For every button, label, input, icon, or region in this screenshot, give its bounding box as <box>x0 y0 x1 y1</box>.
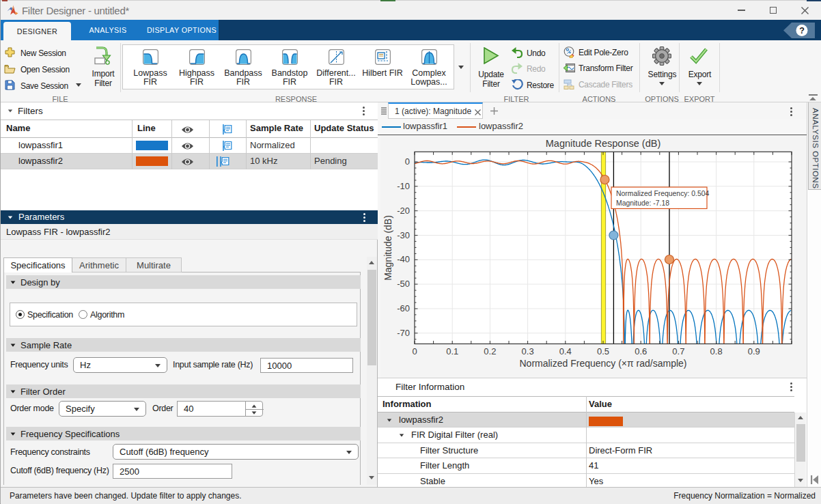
svg-text:0.9: 0.9 <box>748 346 760 356</box>
svg-text:0.6: 0.6 <box>635 346 647 356</box>
svg-text:-40: -40 <box>397 254 410 264</box>
svg-text:?: ? <box>799 26 805 36</box>
svg-text:Normalized Frequency (×π rad/s: Normalized Frequency (×π rad/sample) <box>519 358 686 369</box>
svg-text:-20: -20 <box>397 206 410 216</box>
svg-text:-30: -30 <box>397 230 410 240</box>
svg-text:0.2: 0.2 <box>484 346 496 356</box>
svg-text:-10: -10 <box>397 181 410 191</box>
svg-text:0: 0 <box>412 346 417 356</box>
svg-text:0.5: 0.5 <box>597 346 609 356</box>
svg-text:0.7: 0.7 <box>672 346 684 356</box>
svg-text:0.4: 0.4 <box>559 346 572 356</box>
svg-text:0.1: 0.1 <box>446 346 458 356</box>
svg-text:-50: -50 <box>397 279 410 289</box>
svg-text:-70: -70 <box>397 328 410 338</box>
svg-text:Magnitude Response (dB): Magnitude Response (dB) <box>546 138 660 149</box>
svg-text:Magnitude: -7.18: Magnitude: -7.18 <box>616 199 669 207</box>
svg-text:Normalized Frequency: 0.504: Normalized Frequency: 0.504 <box>616 190 710 197</box>
svg-text:Magnitude (dB): Magnitude (dB) <box>382 215 393 281</box>
svg-text:-60: -60 <box>397 303 410 313</box>
svg-text:0: 0 <box>405 156 410 167</box>
svg-text:0.3: 0.3 <box>522 346 534 356</box>
svg-text:0.8: 0.8 <box>710 346 723 356</box>
